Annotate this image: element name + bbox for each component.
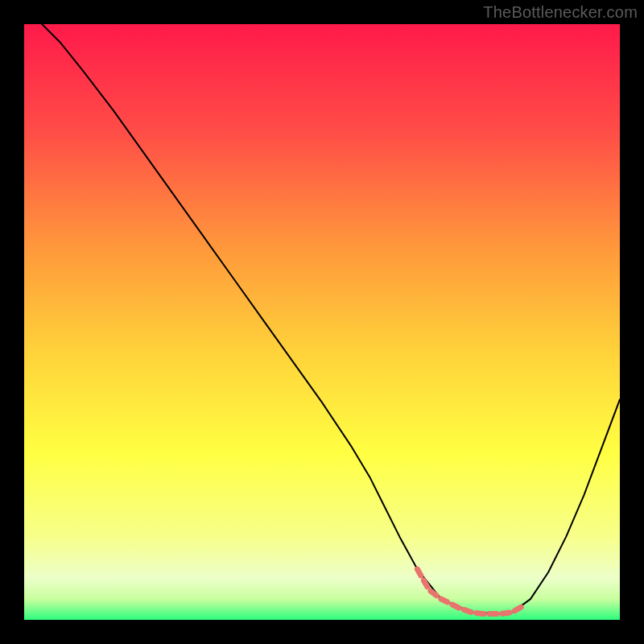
- gradient-background: [24, 24, 620, 620]
- plot-area: [24, 24, 620, 620]
- watermark-text: TheBottlenecker.com: [483, 3, 638, 22]
- bottleneck-chart-svg: [24, 24, 620, 620]
- chart-frame: TheBottlenecker.com: [0, 0, 644, 644]
